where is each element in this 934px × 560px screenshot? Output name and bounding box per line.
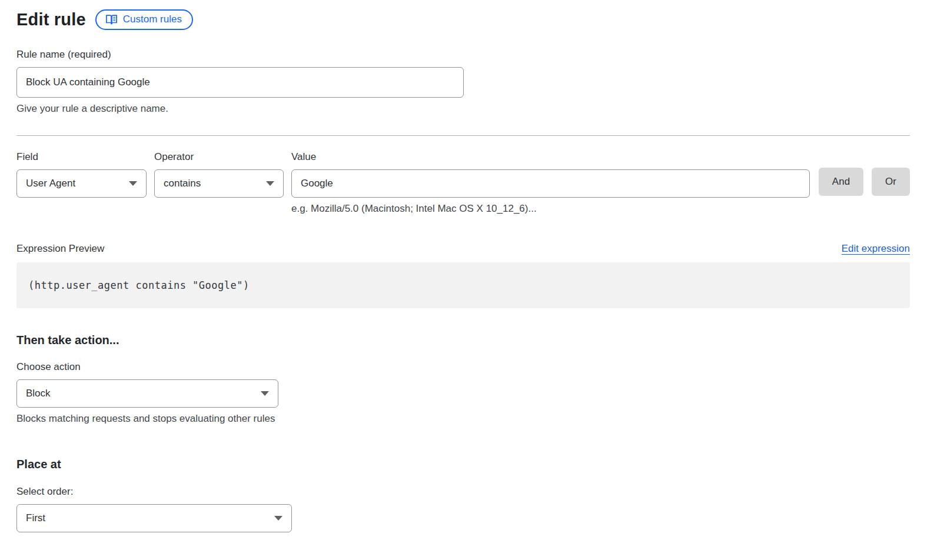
field-select-value: User Agent (26, 178, 75, 189)
page-header: Edit rule Custom rules (16, 9, 910, 30)
custom-rules-button[interactable]: Custom rules (95, 9, 193, 30)
action-heading: Then take action... (16, 334, 910, 347)
edit-rule-page: Edit rule Custom rules Rule name (requir… (0, 0, 934, 532)
operator-label: Operator (154, 151, 284, 163)
action-select-value: Block (26, 388, 51, 399)
order-select[interactable]: First (16, 504, 292, 532)
rule-name-helper: Give your rule a descriptive name. (16, 103, 910, 115)
field-column: Field User Agent (16, 151, 147, 198)
chevron-down-icon (266, 181, 274, 186)
or-button[interactable]: Or (872, 168, 910, 196)
section-divider (16, 135, 910, 136)
expression-preview-block: (http.user_agent contains "Google") (16, 262, 910, 308)
page-title: Edit rule (16, 10, 86, 29)
rule-name-label: Rule name (required) (16, 49, 910, 61)
rule-name-section: Rule name (required) Give your rule a de… (16, 49, 910, 115)
custom-rules-button-label: Custom rules (123, 14, 182, 25)
select-order-label: Select order: (16, 486, 910, 498)
label-spacer (819, 151, 872, 168)
value-input[interactable] (291, 169, 810, 198)
action-helper: Blocks matching requests and stops evalu… (16, 413, 910, 425)
and-column: And (819, 151, 872, 196)
operator-select[interactable]: contains (154, 169, 284, 198)
value-label: Value (291, 151, 810, 163)
choose-action-label: Choose action (16, 361, 910, 373)
action-section: Then take action... Choose action Block … (16, 334, 910, 425)
operator-select-value: contains (164, 178, 201, 189)
chevron-down-icon (261, 391, 269, 396)
value-helper: e.g. Mozilla/5.0 (Macintosh; Intel Mac O… (291, 203, 810, 215)
open-book-icon (105, 14, 118, 25)
or-column: Or (872, 151, 910, 196)
field-label: Field (16, 151, 147, 163)
label-spacer (872, 151, 910, 168)
edit-expression-link[interactable]: Edit expression (842, 243, 910, 255)
expression-header: Expression Preview Edit expression (16, 243, 910, 255)
rule-name-input[interactable] (16, 67, 464, 98)
field-select[interactable]: User Agent (16, 169, 147, 198)
expression-code: (http.user_agent contains "Google") (28, 279, 250, 291)
operator-column: Operator contains (154, 151, 284, 198)
and-button[interactable]: And (819, 168, 863, 196)
place-at-heading: Place at (16, 458, 910, 471)
order-select-value: First (26, 512, 45, 524)
action-select[interactable]: Block (16, 379, 278, 408)
placement-section: Place at Select order: First (16, 458, 910, 532)
value-column: Value e.g. Mozilla/5.0 (Macintosh; Intel… (291, 151, 810, 215)
chevron-down-icon (274, 516, 282, 521)
condition-builder: Field User Agent Operator contains Value… (16, 151, 910, 215)
chevron-down-icon (129, 181, 137, 186)
expression-preview-label: Expression Preview (16, 243, 104, 255)
expression-section: Expression Preview Edit expression (http… (16, 243, 910, 308)
